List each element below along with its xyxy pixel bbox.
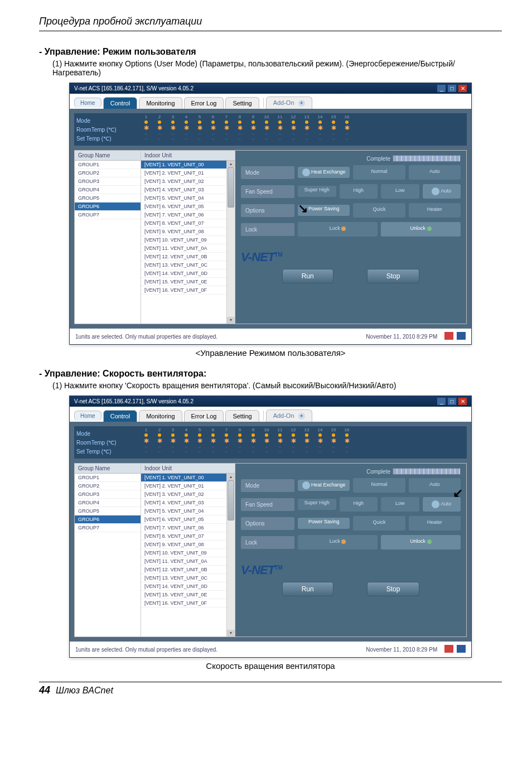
tab-control[interactable]: Control <box>103 410 137 422</box>
unit-row[interactable]: [VENT] 2. VENT_UNIT_01 <box>141 169 235 177</box>
group-row[interactable]: GROUP7 <box>75 524 141 532</box>
unit-row[interactable]: [VENT] 14. VENT_UNIT_0D <box>141 582 235 591</box>
fan-auto-button[interactable]: ↙ Auto <box>423 497 461 512</box>
group-row[interactable]: GROUP5 <box>75 194 141 203</box>
options-heater-button[interactable]: Heater <box>409 516 461 531</box>
unit-row[interactable]: [VENT] 7. VENT_UNIT_06 <box>141 524 235 532</box>
scroll-up-icon[interactable]: ▴ <box>227 161 235 167</box>
unit-row[interactable]: [VENT] 10. VENT_UNIT_09 <box>141 549 235 557</box>
options-power-saving-button[interactable]: ↘ Power Saving <box>298 205 350 216</box>
lock-button[interactable]: Lock <box>298 222 378 237</box>
mode-normal-button[interactable]: Normal <box>353 478 405 493</box>
stop-button[interactable]: Stop <box>367 582 420 596</box>
unlock-button[interactable]: Unlock <box>381 535 461 549</box>
unit-row[interactable]: [VENT] 5. VENT_UNIT_04 <box>141 507 235 515</box>
options-quick-button[interactable]: Quick <box>353 516 405 531</box>
unit-row[interactable]: [VENT] 13. VENT_UNIT_0C <box>141 574 235 582</box>
unit-row[interactable]: [VENT] 16. VENT_UNIT_0F <box>141 286 235 295</box>
run-button[interactable]: Run <box>282 269 333 283</box>
unlock-button[interactable]: Unlock <box>381 222 461 237</box>
mode-auto-button[interactable]: Auto <box>409 165 461 180</box>
mode-normal-button[interactable]: Normal <box>353 165 405 180</box>
unit-row[interactable]: [VENT] 9. VENT_UNIT_08 <box>141 541 235 549</box>
group-row-selected[interactable]: GROUP6 <box>75 515 141 524</box>
group-row[interactable]: GROUP3 <box>75 177 141 186</box>
unit-row[interactable]: [VENT] 2. VENT_UNIT_01 <box>141 482 235 490</box>
unit-row[interactable]: [VENT] 10. VENT_UNIT_09 <box>141 236 235 244</box>
group-row-selected[interactable]: GROUP6 <box>75 203 141 211</box>
unit-scrollbar[interactable]: ▴ ▾ <box>226 161 235 324</box>
scroll-thumb[interactable] <box>228 480 234 520</box>
unit-row[interactable]: [VENT] 11. VENT_UNIT_0A <box>141 244 235 253</box>
unit-row[interactable]: [VENT] 6. VENT_UNIT_05 <box>141 515 235 524</box>
unit-row[interactable]: [VENT] 9. VENT_UNIT_08 <box>141 228 235 236</box>
unit-row-selected[interactable]: [VENT] 1. VENT_UNIT_00 <box>141 161 235 169</box>
fan-low-button[interactable]: Low <box>381 497 419 512</box>
tab-home[interactable]: Home <box>74 411 101 421</box>
footer-icon-1[interactable] <box>444 645 453 653</box>
fan-superhigh-button[interactable]: Super High <box>298 186 336 197</box>
tab-monitoring[interactable]: Monitoring <box>139 97 182 109</box>
group-row[interactable]: GROUP7 <box>75 211 141 219</box>
unit-row[interactable]: [VENT] 8. VENT_UNIT_07 <box>141 532 235 541</box>
options-heater-button[interactable]: Heater <box>409 203 461 218</box>
group-row[interactable]: GROUP3 <box>75 490 141 499</box>
footer-icon-2[interactable] <box>457 645 466 653</box>
fan-superhigh-button[interactable]: Super High <box>298 499 336 510</box>
tab-monitoring[interactable]: Monitoring <box>139 410 182 422</box>
unit-row[interactable]: [VENT] 12. VENT_UNIT_0B <box>141 253 235 261</box>
footer-icon-1[interactable] <box>444 332 453 340</box>
mode-heat-exchange-button[interactable]: Heat Exchange <box>298 480 350 491</box>
unit-row[interactable]: [VENT] 4. VENT_UNIT_03 <box>141 186 235 194</box>
options-quick-button[interactable]: Quick <box>353 203 405 218</box>
window-titlebar[interactable]: V-net ACS [165.186.42.171], S/W version … <box>70 83 471 94</box>
mode-heat-exchange-button[interactable]: Heat Exchange <box>298 167 350 178</box>
tab-control[interactable]: Control <box>103 97 137 109</box>
maximize-icon[interactable]: □ <box>448 398 456 405</box>
tab-home[interactable]: Home <box>74 98 101 108</box>
unit-scrollbar[interactable]: ▴ ▾ <box>226 474 235 637</box>
group-row[interactable]: GROUP2 <box>75 169 141 177</box>
maximize-icon[interactable]: □ <box>448 85 456 92</box>
unit-row[interactable]: [VENT] 15. VENT_UNIT_0E <box>141 591 235 599</box>
unit-row[interactable]: [VENT] 6. VENT_UNIT_05 <box>141 203 235 211</box>
window-titlebar[interactable]: V-net ACS [165.186.42.171], S/W version … <box>70 396 471 407</box>
tab-addon[interactable]: Add-On + <box>266 97 312 109</box>
tab-setting[interactable]: Setting <box>225 410 259 422</box>
unit-row[interactable]: [VENT] 14. VENT_UNIT_0D <box>141 269 235 278</box>
group-row[interactable]: GROUP2 <box>75 482 141 490</box>
group-row[interactable]: GROUP5 <box>75 507 141 515</box>
unit-row[interactable]: [VENT] 3. VENT_UNIT_02 <box>141 490 235 499</box>
fan-auto-button[interactable]: Auto <box>423 184 461 199</box>
unit-row[interactable]: [VENT] 8. VENT_UNIT_07 <box>141 219 235 228</box>
tab-error-log[interactable]: Error Log <box>184 410 224 422</box>
footer-icon-2[interactable] <box>457 332 466 340</box>
close-icon[interactable]: ✕ <box>458 398 467 405</box>
unit-row[interactable]: [VENT] 16. VENT_UNIT_0F <box>141 599 235 608</box>
fan-high-button[interactable]: High <box>340 184 378 199</box>
plus-icon[interactable]: + <box>298 413 305 420</box>
tab-setting[interactable]: Setting <box>225 97 259 109</box>
group-row[interactable]: GROUP4 <box>75 186 141 194</box>
stop-button[interactable]: Stop <box>367 269 420 283</box>
unit-row[interactable]: [VENT] 4. VENT_UNIT_03 <box>141 499 235 507</box>
group-row[interactable]: GROUP4 <box>75 499 141 507</box>
fan-high-button[interactable]: High <box>340 497 378 512</box>
options-power-saving-button[interactable]: Power Saving <box>298 518 350 529</box>
tab-error-log[interactable]: Error Log <box>184 97 224 109</box>
unit-row[interactable]: [VENT] 13. VENT_UNIT_0C <box>141 261 235 269</box>
group-row[interactable]: GROUP1 <box>75 474 141 482</box>
unit-row[interactable]: [VENT] 3. VENT_UNIT_02 <box>141 177 235 186</box>
lock-button[interactable]: Lock <box>298 535 378 549</box>
unit-row-selected[interactable]: [VENT] 1. VENT_UNIT_00 <box>141 474 235 482</box>
unit-row[interactable]: [VENT] 5. VENT_UNIT_04 <box>141 194 235 203</box>
unit-row[interactable]: [VENT] 15. VENT_UNIT_0E <box>141 278 235 286</box>
scroll-thumb[interactable] <box>228 167 234 208</box>
unit-row[interactable]: [VENT] 11. VENT_UNIT_0A <box>141 557 235 566</box>
scroll-up-icon[interactable]: ▴ <box>227 474 235 480</box>
scroll-down-icon[interactable]: ▾ <box>227 317 235 324</box>
run-button[interactable]: Run <box>282 582 333 596</box>
group-row[interactable]: GROUP1 <box>75 161 141 169</box>
unit-row[interactable]: [VENT] 7. VENT_UNIT_06 <box>141 211 235 219</box>
close-icon[interactable]: ✕ <box>458 85 467 92</box>
